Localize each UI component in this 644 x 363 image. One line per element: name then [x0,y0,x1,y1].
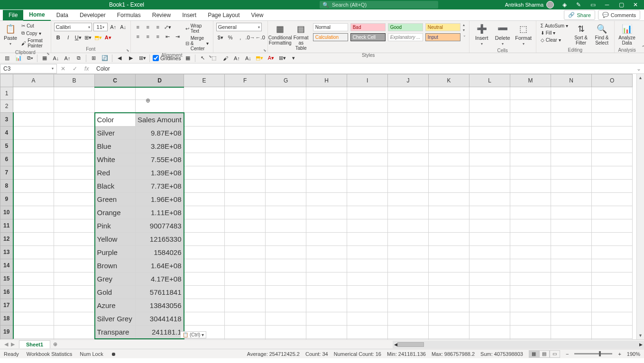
cell[interactable] [54,245,95,259]
cell[interactable] [54,166,95,179]
cell[interactable] [225,259,266,272]
tab-insert[interactable]: Insert [176,10,202,20]
cell[interactable] [347,113,388,127]
cell[interactable] [184,245,225,259]
qat-icon[interactable]: ◀ [115,54,124,63]
row-header[interactable]: 19 [0,325,13,339]
cell[interactable] [13,312,54,325]
cell[interactable] [347,259,388,272]
cell[interactable] [306,312,347,325]
cell[interactable] [13,100,54,113]
cell[interactable]: 1.96E+08 [136,192,184,206]
cell[interactable] [184,312,225,325]
cell[interactable] [551,179,592,192]
cell[interactable] [469,206,510,219]
cell[interactable] [510,206,551,219]
cell[interactable] [266,139,306,153]
cell[interactable] [347,206,388,219]
cell[interactable]: 90077483 [136,219,184,232]
qat-icon[interactable]: A↓ [52,54,60,63]
launcher-icon[interactable]: ⬊ [46,52,50,56]
cell[interactable] [592,272,633,285]
cell[interactable] [469,299,510,312]
cell[interactable] [551,100,592,113]
cell[interactable] [306,232,347,245]
name-box[interactable]: C3▾ [0,64,57,73]
cell[interactable] [184,259,225,272]
cell[interactable] [429,100,469,113]
cell[interactable] [592,219,633,232]
align-center-icon[interactable]: ≡ [144,32,152,41]
cell[interactable] [469,272,510,285]
row-header[interactable]: 15 [0,272,13,285]
qat-icon[interactable]: ⧉▾ [26,54,34,63]
scroll-right-icon[interactable]: ▶ [639,342,643,347]
cell[interactable]: 9.87E+08 [136,126,184,139]
column-header[interactable]: I [347,74,388,87]
cell[interactable] [469,192,510,206]
zoom-in-button[interactable]: + [618,351,621,357]
cell[interactable]: 13843056 [136,299,184,312]
cell[interactable] [510,126,551,139]
cell[interactable] [510,100,551,113]
cell[interactable] [306,206,347,219]
row-header[interactable]: 14 [0,259,13,272]
cell[interactable] [13,285,54,299]
cell[interactable] [388,166,429,179]
copy-button[interactable]: ⧉ Copy ▾ [20,30,48,36]
styles-scroll-up-icon[interactable]: ▴ [463,23,466,27]
sort-filter-button[interactable]: ⇅Sort & Filter [571,23,590,46]
cell[interactable]: 12165330 [136,232,184,245]
cell[interactable] [306,299,347,312]
row-header[interactable]: 1 [0,87,13,100]
cell[interactable] [184,113,225,127]
cell[interactable] [266,272,306,285]
comments-button[interactable]: 💬 Comments [598,10,640,20]
italic-button[interactable]: I [64,33,73,42]
cell[interactable] [13,219,54,232]
cell[interactable]: Blue [95,139,136,153]
cell[interactable] [510,219,551,232]
cell[interactable] [184,192,225,206]
cell[interactable] [225,153,266,166]
cell[interactable] [429,179,469,192]
cell[interactable] [266,312,306,325]
cell[interactable] [347,179,388,192]
cell[interactable] [469,259,510,272]
cell[interactable] [347,232,388,245]
cell[interactable] [429,87,469,100]
scroll-down-icon[interactable]: ▼ [637,332,644,339]
cell[interactable] [510,87,551,100]
row-header[interactable]: 3 [0,113,13,127]
cell[interactable] [54,139,95,153]
cell[interactable] [225,299,266,312]
cell[interactable] [306,139,347,153]
cell[interactable] [184,87,225,100]
analyze-data-button[interactable]: 📊Analyze Data [617,23,636,46]
cell[interactable] [592,245,633,259]
cell[interactable] [184,339,225,340]
decrease-indent-icon[interactable]: ⇤ [164,32,172,41]
cell[interactable] [469,325,510,339]
cell[interactable] [551,272,592,285]
cell[interactable] [54,259,95,272]
cell[interactable] [306,325,347,339]
cell[interactable] [54,153,95,166]
cell[interactable] [469,312,510,325]
cell[interactable] [54,325,95,339]
cell[interactable] [184,299,225,312]
align-right-icon[interactable]: ≡ [154,32,162,41]
cell[interactable] [388,245,429,259]
conditional-formatting-button[interactable]: ▦Conditional Formatting [271,23,290,46]
cell[interactable] [306,339,347,340]
cell[interactable] [469,100,510,113]
row-header[interactable]: 4 [0,126,13,139]
border-button[interactable]: ⊞▾ [84,33,92,42]
cell[interactable] [347,87,388,100]
cell[interactable] [266,339,306,340]
cell[interactable] [225,245,266,259]
cell[interactable] [510,245,551,259]
cell[interactable] [429,126,469,139]
format-as-table-button[interactable]: ▤Format as Table [292,23,311,52]
fx-icon[interactable]: fx [84,65,89,72]
